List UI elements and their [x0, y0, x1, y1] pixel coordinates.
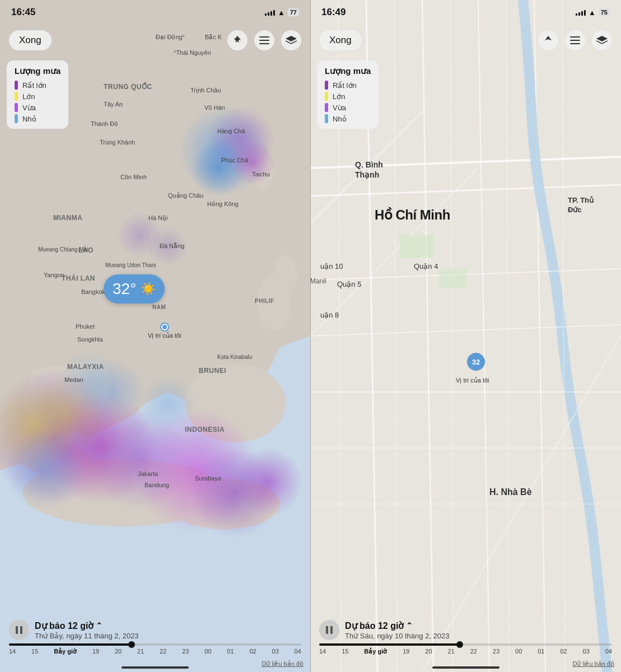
right-thu-duc: TP. ThủĐức	[568, 196, 594, 215]
right-legend-color-2	[325, 103, 328, 112]
svg-rect-39	[570, 43, 580, 44]
left-timeline-thumb[interactable]	[128, 641, 135, 648]
left-label-nam: NAM	[152, 304, 166, 310]
right-legend-items: Rất lớn Lớn Vừa Nhỏ	[325, 81, 371, 123]
right-legend-label-0: Rất lớn	[333, 81, 357, 90]
legend-label-0: Rất lớn	[22, 81, 46, 90]
left-city-phuc-cha: Phúc Châ	[221, 157, 248, 164]
right-legend-color-1	[325, 92, 328, 101]
left-label-mianma: MIANMA	[53, 214, 82, 222]
left-top-bar: Xong	[0, 25, 310, 56]
right-panel: 16:49 ▲ 75 Xong	[310, 0, 621, 672]
legend-label-1: Lớn	[22, 92, 35, 101]
left-timeline[interactable]: 14 15 Bảy giờ 19 20 21 22 23 00 01 02 03…	[9, 643, 301, 655]
left-city-medan: Medan	[64, 376, 83, 383]
svg-rect-40	[326, 626, 328, 634]
right-signal-icon	[576, 9, 586, 16]
left-city-tay-an: Tây An	[104, 101, 123, 108]
left-city-chiang-mai: Mueang Chiang Mai	[38, 246, 88, 253]
left-menu-icon[interactable]	[254, 30, 274, 50]
left-weather-bubble: 32° ☀️	[104, 274, 165, 304]
right-legend-card: Lượng mưa Rất lớn Lớn Vừa Nhỏ	[317, 60, 379, 129]
svg-rect-41	[330, 626, 333, 634]
left-status-bar: 16:45 ▲ 77	[0, 0, 310, 25]
left-label-trung-quoc: TRUNG QUỐC	[104, 83, 152, 91]
right-playback-row: Dự báo 12 giờ ⌃ Thứ Sáu, ngày 10 tháng 2…	[319, 620, 612, 640]
right-legend-label-3: Nhỏ	[333, 115, 347, 123]
left-legend-title: Lượng mưa	[15, 66, 60, 76]
right-location-label: Vị trí của tôi	[456, 377, 489, 384]
right-playback-subtitle: Thứ Sáu, ngày 10 tháng 2, 2023	[345, 632, 612, 640]
right-legend-color-0	[325, 81, 328, 90]
right-pause-button[interactable]	[319, 620, 339, 640]
right-menu-icon[interactable]	[565, 30, 585, 50]
left-city-phuket: Phuket	[76, 323, 95, 330]
left-city-jakarta: Jakarta	[138, 470, 158, 477]
right-legend-item-2: Vừa	[325, 103, 371, 112]
right-done-button[interactable]: Xong	[319, 30, 362, 50]
left-data-link[interactable]: Dữ liệu bản đồ	[262, 660, 304, 668]
right-quan5: Quận 5	[337, 280, 361, 288]
left-city-surabaya: Surabaya	[195, 475, 221, 482]
left-forecast-icon: ⌃	[96, 621, 102, 630]
left-city-udon-thani: Mueang Udon Thani	[105, 262, 156, 268]
left-layers-icon[interactable]	[281, 30, 301, 50]
svg-rect-10	[259, 36, 269, 38]
left-city-taichu: Taichu	[252, 171, 270, 178]
left-location-dot	[161, 324, 168, 330]
left-weather-icon: ☀️	[141, 282, 156, 296]
left-status-icons: ▲ 77	[265, 8, 299, 17]
left-label-brunei: BRUNEI	[199, 367, 226, 375]
left-timeline-labels: 14 15 Bảy giờ 19 20 21 22 23 00 01 02 03…	[9, 648, 301, 655]
left-label-thai-lan: THÁI LAN	[62, 274, 95, 282]
right-nha-be: H. Nhà Bè	[489, 487, 532, 497]
left-city-hang-cha: Hàng Châ	[217, 128, 245, 134]
left-done-button[interactable]: Xong	[9, 30, 52, 50]
legend-item-0: Rất lớn	[15, 81, 60, 90]
right-timeline-track[interactable]	[319, 643, 612, 646]
left-city-ha-noi: Hà Nội	[148, 214, 168, 222]
legend-label-3: Nhỏ	[22, 115, 36, 123]
left-location-icon[interactable]	[227, 30, 248, 50]
right-playback-bar: Dự báo 12 giờ ⌃ Thứ Sáu, ngày 10 tháng 2…	[310, 620, 621, 655]
left-pause-button[interactable]	[9, 620, 29, 640]
svg-rect-11	[259, 40, 269, 41]
svg-rect-37	[570, 36, 580, 38]
left-location-pin: Vị trí của tôi	[148, 324, 181, 339]
left-label-maly: MALAYXIA	[67, 363, 104, 371]
right-layers-icon[interactable]	[592, 30, 612, 50]
right-status-icons: ▲ 75	[576, 8, 610, 17]
legend-color-2	[15, 103, 18, 112]
svg-rect-12	[259, 43, 269, 44]
svg-rect-38	[570, 40, 580, 41]
left-city-yangon: Yangon	[44, 272, 64, 278]
right-battery: 75	[599, 8, 610, 16]
left-city-quang-chau: Quảng Châu	[168, 192, 203, 199]
left-time: 16:45	[11, 7, 35, 18]
svg-point-6	[274, 255, 297, 294]
right-timeline[interactable]: 14 15 Bảy giờ 19 20 21 22 23 00 01 02 03…	[319, 643, 612, 655]
right-home-indicator	[432, 666, 499, 669]
right-timeline-thumb[interactable]	[456, 641, 463, 648]
left-label-philif: PHILIF	[255, 298, 274, 304]
right-forecast-icon: ⌃	[406, 621, 413, 630]
right-wifi-icon: ▲	[589, 8, 596, 17]
right-data-link[interactable]: Dữ liệu bản đồ	[573, 660, 614, 668]
right-timeline-progress	[319, 643, 460, 646]
right-status-bar: 16:49 ▲ 75	[310, 0, 621, 25]
left-city-hong-kong: Hồng Kông	[207, 200, 239, 208]
left-playback-bar: Dự báo 12 giờ ⌃ Thứ Bảy, ngày 11 tháng 2…	[0, 620, 310, 655]
left-playback-title: Dự báo 12 giờ ⌃	[35, 620, 301, 631]
left-city-bandung: Bandung	[144, 482, 169, 488]
right-legend-color-3	[325, 114, 328, 123]
right-legend-label-1: Lớn	[333, 92, 345, 101]
right-location-temp: 32	[472, 358, 480, 366]
left-weather-temp: 32°	[113, 280, 136, 298]
legend-item-1: Lớn	[15, 92, 60, 101]
left-city-vu-han: Vũ Hán	[204, 104, 225, 111]
left-signal-icon	[265, 9, 275, 16]
left-timeline-track[interactable]	[9, 643, 301, 646]
left-label-indonesia: INDONESIA	[185, 426, 225, 433]
right-quan8: uận 8	[320, 311, 339, 319]
right-location-icon[interactable]	[538, 30, 558, 50]
